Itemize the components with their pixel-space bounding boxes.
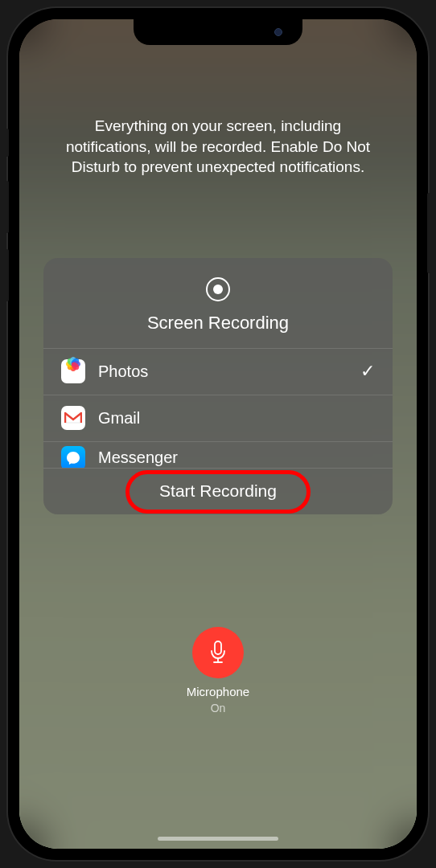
app-row-gmail[interactable]: Gmail — [43, 395, 393, 442]
volume-up-button — [5, 181, 9, 233]
volume-down-button — [5, 249, 9, 301]
record-icon — [206, 277, 230, 301]
screen: Everything on your screen, including not… — [19, 19, 417, 849]
microphone-label: Microphone — [187, 685, 249, 698]
app-row-messenger[interactable]: Messenger — [43, 442, 393, 468]
microphone-status: On — [211, 702, 226, 714]
start-recording-label: Start Recording — [159, 481, 277, 501]
app-row-photos[interactable]: Photos ✓ — [43, 349, 393, 395]
recording-info-text: Everything on your screen, including not… — [43, 116, 393, 178]
app-label: Messenger — [98, 448, 375, 467]
screen-recording-card: Screen Recording — [43, 258, 393, 514]
home-indicator[interactable] — [158, 837, 278, 841]
gmail-icon — [61, 406, 85, 430]
card-title: Screen Recording — [147, 313, 289, 334]
messenger-icon — [61, 446, 85, 468]
microphone-section: Microphone On — [187, 627, 249, 714]
notch — [134, 19, 302, 45]
mute-switch — [5, 129, 9, 157]
card-header: Screen Recording — [43, 258, 393, 349]
content: Everything on your screen, including not… — [19, 19, 417, 849]
microphone-toggle-button[interactable] — [192, 627, 244, 678]
photos-icon — [61, 359, 85, 383]
microphone-icon — [208, 640, 228, 665]
start-recording-button[interactable]: Start Recording — [43, 468, 393, 514]
phone-frame: Everything on your screen, including not… — [8, 8, 428, 860]
app-label: Photos — [98, 362, 348, 381]
power-button — [427, 193, 431, 273]
checkmark-icon: ✓ — [360, 361, 375, 382]
app-label: Gmail — [98, 409, 375, 428]
svg-rect-0 — [215, 641, 221, 654]
front-camera — [274, 28, 282, 36]
